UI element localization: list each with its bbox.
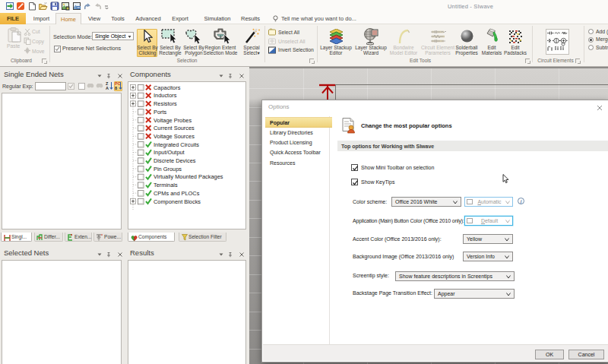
svg-text:Component Blocks: Component Blocks: [154, 198, 201, 205]
svg-text:Pin Groups: Pin Groups: [154, 166, 182, 173]
svg-text:Inductors: Inductors: [154, 92, 177, 99]
svg-text:Ports: Ports: [154, 109, 167, 116]
svg-text:Resistors: Resistors: [154, 100, 177, 107]
svg-text:CPMs and PLOCs: CPMs and PLOCs: [154, 190, 200, 197]
svg-text:Voltage Sources: Voltage Sources: [154, 133, 195, 140]
svg-text:Terminals: Terminals: [154, 182, 178, 188]
svg-text:8: 8: [115, 86, 117, 90]
svg-text:Integrated Circuits: Integrated Circuits: [154, 141, 199, 148]
svg-text:A: A: [106, 86, 109, 90]
svg-text:Voltage Probes: Voltage Probes: [154, 117, 192, 124]
svg-text:Discrete Devices: Discrete Devices: [154, 157, 196, 164]
svg-text:Capacitors: Capacitors: [154, 84, 181, 91]
svg-text:Current Sources: Current Sources: [154, 125, 195, 131]
svg-text:Virtually Mounted Packages: Virtually Mounted Packages: [154, 173, 223, 180]
svg-text:Input/Output: Input/Output: [154, 149, 185, 156]
